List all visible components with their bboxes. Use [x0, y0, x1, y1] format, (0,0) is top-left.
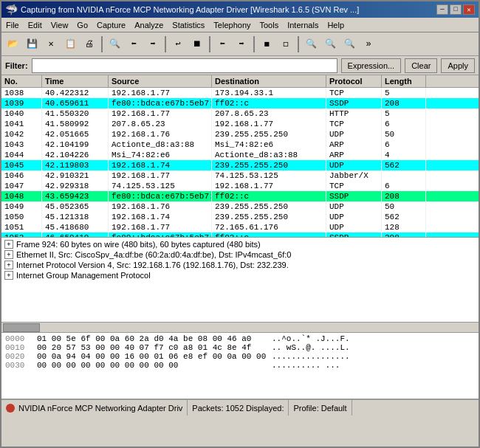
hex-line: 001000 20 57 53 00 00 40 07 f7 c0 a8 01 … [5, 343, 475, 352]
find-icon[interactable]: 🔍 [106, 35, 123, 53]
table-row[interactable]: 103840.422312192.168.1.77173.194.33.1TCP… [1, 88, 479, 98]
horizontal-scrollbar[interactable] [1, 323, 479, 333]
table-row[interactable]: 104642.910321192.168.1.7774.125.53.125Ja… [1, 170, 479, 181]
packet-list[interactable]: No.TimeSourceDestinationProtocolLength 1… [1, 75, 479, 238]
pkt-cell-destination: 239.255.255.250 [212, 129, 326, 139]
header-no[interactable]: No. [1, 75, 42, 87]
pkt-cell-destination: ff02::c [212, 232, 326, 238]
menu-item-edit[interactable]: Edit [24, 20, 47, 30]
colorize2-icon[interactable]: ◻ [277, 35, 295, 53]
pkt-cell-protocol: ARP [326, 150, 382, 160]
expand-icon[interactable]: + [4, 240, 13, 249]
detail-row[interactable]: +Internet Group Management Protocol [1, 270, 479, 280]
table-row[interactable]: 104442.104226Msi_74:82:e6Actionte_d8:a3:… [1, 150, 479, 160]
menu-item-statistics[interactable]: Statistics [168, 20, 209, 30]
table-row[interactable]: 104242.051665192.168.1.76239.255.255.250… [1, 129, 479, 139]
pkt-cell-no: 1040 [1, 108, 42, 119]
h-scroll-thumb[interactable] [3, 323, 40, 332]
zoom-in-icon[interactable]: 🔍 [302, 35, 320, 53]
menu-item-tools[interactable]: Tools [256, 20, 284, 30]
pkt-cell-length: 6 [382, 181, 426, 191]
minimize-button[interactable]: ─ [436, 4, 448, 15]
pkt-cell-length [382, 170, 426, 181]
app-icon: 🦈 [5, 4, 18, 16]
scroll-back-icon[interactable]: ⬅ [213, 35, 231, 53]
pkt-cell-no: 1051 [1, 222, 42, 232]
clear-button[interactable]: Clear [405, 58, 437, 73]
menu-item-help[interactable]: Help [323, 20, 349, 30]
pkt-cell-time: 46.659410 [42, 232, 109, 238]
save-icon[interactable]: 💾 [23, 35, 41, 53]
hex-ascii: ................ [272, 352, 350, 361]
table-row[interactable]: 103940.659611fe80::bdca:e67b:5eb7:ff02::… [1, 98, 479, 108]
open-icon[interactable]: 📂 [4, 35, 21, 53]
pkt-cell-length: 562 [382, 212, 426, 222]
pkt-cell-no: 1050 [1, 212, 42, 222]
table-row[interactable]: 104542.119803192.168.1.74239.255.255.250… [1, 160, 479, 170]
table-row[interactable]: 104945.052365192.168.1.76239.255.255.250… [1, 201, 479, 212]
expand-icon[interactable]: + [4, 250, 13, 259]
print-icon[interactable]: 🖨 [80, 35, 98, 53]
table-row[interactable]: 105246.659410fe80::bdca:e67b:5eb7:ff02::… [1, 232, 479, 238]
header-length[interactable]: Length [382, 75, 426, 87]
expand-icon[interactable]: + [4, 261, 13, 269]
menu-item-telephony[interactable]: Telephony [209, 20, 255, 30]
table-row[interactable]: 104041.550320192.168.1.77207.8.65.23HTTP… [1, 108, 479, 119]
menu-item-analyze[interactable]: Analyze [130, 20, 168, 30]
pkt-cell-source: fe80::bdca:e67b:5eb7: [109, 98, 212, 108]
detail-row[interactable]: +Internet Protocol Version 4, Src: 192.1… [1, 260, 479, 270]
close-button[interactable]: ✕ [463, 4, 475, 15]
detail-text: Frame 924: 60 bytes on wire (480 bits), … [16, 240, 261, 249]
table-row[interactable]: 104742.92931874.125.53.125192.168.1.77TC… [1, 181, 479, 191]
pkt-cell-protocol: TCP [326, 119, 382, 129]
menu-item-go[interactable]: Go [72, 20, 92, 30]
stop-icon[interactable]: ⏹ [188, 35, 206, 53]
hex-offset: 0010 [5, 343, 31, 352]
properties-icon[interactable]: 📋 [61, 35, 79, 53]
reload-icon[interactable]: ↩ [169, 35, 187, 53]
pkt-cell-protocol: UDP [326, 212, 382, 222]
detail-row[interactable]: +Ethernet II, Src: CiscoSpv_4a:df:be (60… [1, 249, 479, 260]
expression-button[interactable]: Expression... [341, 58, 402, 73]
pkt-cell-time: 41.550320 [42, 108, 109, 119]
pkt-cell-destination: Actionte_d8:a3:88 [212, 150, 326, 160]
menu-item-capture[interactable]: Capture [92, 20, 130, 30]
scroll-forward-icon[interactable]: ➡ [233, 35, 250, 53]
pkt-cell-no: 1039 [1, 98, 42, 108]
apply-button[interactable]: Apply [441, 58, 475, 73]
header-source[interactable]: Source [109, 75, 212, 87]
menu-item-view[interactable]: View [47, 20, 73, 30]
back-icon[interactable]: ⬅ [125, 35, 143, 53]
pkt-cell-destination: 239.255.255.250 [212, 201, 326, 212]
sep3 [209, 36, 210, 52]
table-row[interactable]: 105045.121318192.168.1.74239.255.255.250… [1, 212, 479, 222]
pkt-cell-no: 1038 [1, 88, 42, 98]
expand-icon[interactable]: + [4, 271, 13, 280]
header-destination[interactable]: Destination [212, 75, 326, 87]
colorize1-icon[interactable]: ◼ [258, 35, 275, 53]
zoom-fit-icon[interactable]: 🔍 [340, 35, 358, 53]
more-icon[interactable]: » [360, 35, 377, 53]
detail-row[interactable]: +Frame 924: 60 bytes on wire (480 bits),… [1, 239, 479, 249]
filter-input[interactable] [32, 58, 337, 73]
table-row[interactable]: 104141.580992207.8.65.23192.168.1.77TCP6 [1, 119, 479, 129]
zoom-out-icon[interactable]: 🔍 [321, 35, 339, 53]
header-protocol[interactable]: Protocol [326, 75, 382, 87]
table-row[interactable]: 105145.418680192.168.1.7772.165.61.176UD… [1, 222, 479, 232]
pkt-cell-length: 5 [382, 88, 426, 98]
maximize-button[interactable]: □ [450, 4, 462, 15]
title-bar: 🦈 Capturing from NVIDIA nForce MCP Netwo… [1, 1, 479, 18]
table-row[interactable]: 104843.659423fe80::bdca:e67b:5eb7:ff02::… [1, 191, 479, 201]
pkt-cell-destination: Msi_74:82:e6 [212, 139, 326, 150]
detail-text: Ethernet II, Src: CiscoSpv_4a:df:be (60:… [16, 250, 291, 259]
menu-item-file[interactable]: File [1, 20, 24, 30]
close-capture-icon[interactable]: ✕ [42, 35, 60, 53]
packet-list-header: No.TimeSourceDestinationProtocolLength [1, 75, 479, 88]
menu-bar: FileEditViewGoCaptureAnalyzeStatisticsTe… [1, 18, 479, 32]
detail-panel[interactable]: +Frame 924: 60 bytes on wire (480 bits),… [1, 238, 479, 323]
pkt-cell-no: 1046 [1, 170, 42, 181]
header-time[interactable]: Time [42, 75, 109, 87]
table-row[interactable]: 104342.104199Actionte_d8:a3:88Msi_74:82:… [1, 139, 479, 150]
menu-item-internals[interactable]: Internals [283, 20, 323, 30]
forward-icon[interactable]: ➡ [144, 35, 162, 53]
